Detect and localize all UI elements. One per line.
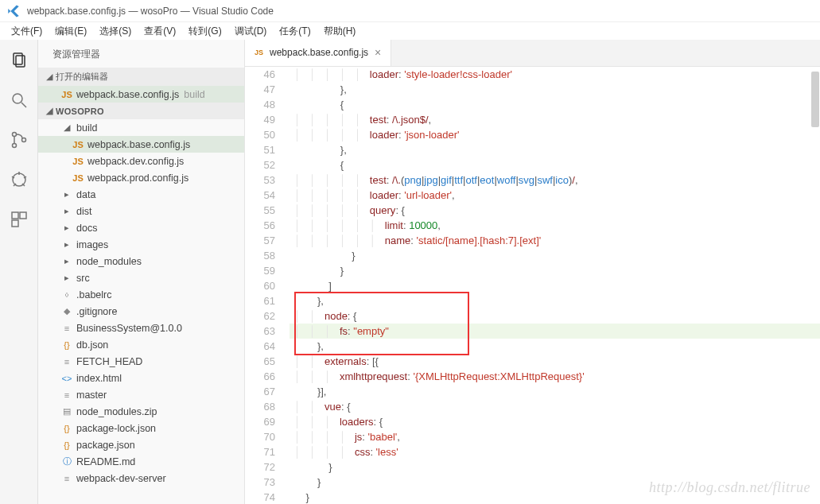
- debug-icon[interactable]: [8, 169, 30, 191]
- file-item[interactable]: ≡FETCH_HEAD: [38, 353, 244, 370]
- code-line[interactable]: │ │ │ │ │ │ name: 'static/[name].[hash:7…: [290, 233, 820, 248]
- close-icon[interactable]: ×: [375, 47, 381, 58]
- tree-label: docs: [76, 223, 97, 234]
- file-item[interactable]: ≡BusinessSystem@1.0.0: [38, 320, 244, 336]
- code-line[interactable]: │ │ │ │ │ query: {: [290, 203, 820, 218]
- open-editors-header[interactable]: ◢ 打开的编辑器: [38, 68, 244, 86]
- folder-item[interactable]: ◢build: [38, 119, 244, 136]
- scm-icon[interactable]: [8, 129, 30, 151]
- code-line[interactable]: },: [290, 339, 820, 354]
- search-icon[interactable]: [8, 89, 30, 111]
- file-type-icon: ◆: [60, 306, 73, 316]
- code-line[interactable]: }: [290, 475, 820, 490]
- tree-label: master: [76, 390, 107, 401]
- code-line[interactable]: }],: [290, 384, 820, 399]
- open-editor-item[interactable]: JSwebpack.base.config.jsbuild: [38, 86, 244, 103]
- svg-point-6: [21, 138, 25, 142]
- folder-item[interactable]: ▸data: [38, 186, 244, 203]
- file-item[interactable]: ▤node_modules.zip: [38, 403, 244, 420]
- scrollbar-thumb[interactable]: [811, 72, 819, 127]
- chevron-icon: ▸: [60, 206, 73, 216]
- menu-item[interactable]: 查看(V): [138, 25, 182, 38]
- file-item[interactable]: {}package.json: [38, 436, 244, 453]
- code-line[interactable]: {: [290, 97, 820, 112]
- code-editor[interactable]: 4647484950515253545556575859606162636465…: [245, 67, 820, 504]
- chevron-icon: ▸: [60, 223, 73, 233]
- folder-item[interactable]: ▸docs: [38, 219, 244, 236]
- chevron-down-icon: ◢: [46, 72, 56, 82]
- file-type-icon: ≡: [60, 357, 73, 366]
- folder-item[interactable]: ▸node_modules: [38, 253, 244, 269]
- file-item[interactable]: <>index.html: [38, 370, 244, 386]
- code-line[interactable]: },: [290, 142, 820, 157]
- tab-label: webpack.base.config.js: [270, 47, 368, 58]
- file-item[interactable]: ೦.babelrc: [38, 286, 244, 303]
- file-type-icon: {}: [60, 424, 73, 433]
- menu-item[interactable]: 文件(F): [5, 25, 49, 38]
- code-line[interactable]: │ │ externals: [{: [290, 354, 820, 369]
- sidebar-title: 资源管理器: [38, 40, 244, 68]
- code-text[interactable]: │ │ │ │ │ loader: 'style-loader!css-load…: [290, 67, 820, 504]
- code-line[interactable]: }: [290, 490, 820, 504]
- code-line[interactable]: │ │ │ xmlhttprequest: '{XMLHttpRequest:X…: [290, 369, 820, 384]
- menu-item[interactable]: 任务(T): [273, 25, 317, 38]
- code-line[interactable]: │ │ │ │ js: 'babel',: [290, 429, 820, 444]
- code-line[interactable]: │ │ │ │ │ loader: 'url-loader',: [290, 188, 820, 203]
- tree-label: images: [76, 239, 108, 250]
- menu-item[interactable]: 调试(D): [228, 25, 274, 38]
- file-path-suffix: build: [184, 89, 204, 100]
- menu-item[interactable]: 选择(S): [93, 25, 138, 38]
- sidebar: 资源管理器 ◢ 打开的编辑器 JSwebpack.base.config.jsb…: [38, 40, 245, 504]
- menu-item[interactable]: 帮助(H): [317, 25, 363, 38]
- code-line[interactable]: │ │ │ │ │ loader: 'style-loader!css-load…: [290, 67, 820, 82]
- code-line[interactable]: ]: [290, 278, 820, 293]
- code-line[interactable]: │ │ │ │ │ test: /\.(png|jpg|gif|ttf|otf|…: [290, 173, 820, 188]
- workspace-header[interactable]: ◢ WOSOPRO: [38, 103, 244, 119]
- menu-item[interactable]: 编辑(E): [49, 25, 93, 38]
- tree-label: index.html: [76, 373, 122, 384]
- file-type-icon: JS: [72, 173, 84, 183]
- code-line[interactable]: },: [290, 82, 820, 97]
- code-line[interactable]: │ │ vue: {: [290, 399, 820, 414]
- code-line[interactable]: │ │ │ │ css: 'less': [290, 444, 820, 459]
- file-item[interactable]: JSwebpack.base.config.js: [38, 136, 244, 153]
- folder-item[interactable]: ▸src: [38, 269, 244, 286]
- folder-item[interactable]: ▸images: [38, 236, 244, 253]
- file-item[interactable]: ≡webpack-dev-server: [38, 470, 244, 487]
- folder-item[interactable]: ▸dist: [38, 203, 244, 219]
- file-item[interactable]: JSwebpack.prod.config.js: [38, 169, 244, 186]
- chevron-icon: ▸: [60, 256, 73, 266]
- vscode-icon: [6, 4, 21, 18]
- code-line[interactable]: │ │ │ fs: "empty": [290, 324, 820, 339]
- file-item[interactable]: ≡master: [38, 386, 244, 403]
- js-file-icon: JS: [60, 90, 73, 99]
- code-line[interactable]: },: [290, 293, 820, 308]
- menu-item[interactable]: 转到(G): [182, 25, 227, 38]
- code-line[interactable]: }: [290, 263, 820, 278]
- code-line[interactable]: │ │ node: {: [290, 308, 820, 324]
- code-line[interactable]: }: [290, 248, 820, 263]
- code-line[interactable]: │ │ │ │ │ test: /\.json$/,: [290, 112, 820, 127]
- file-item[interactable]: ◆.gitignore: [38, 303, 244, 320]
- file-item[interactable]: JSwebpack.dev.config.js: [38, 153, 244, 169]
- tree-label: webpack.prod.config.js: [87, 173, 188, 184]
- file-type-icon: JS: [72, 140, 84, 149]
- file-item[interactable]: {}package-lock.json: [38, 420, 244, 436]
- code-line[interactable]: │ │ │ │ │ loader: 'json-loader': [290, 127, 820, 142]
- chevron-icon: ▸: [60, 189, 73, 200]
- code-line[interactable]: │ │ │ │ │ │ limit: 10000,: [290, 218, 820, 233]
- tab-webpack-base-config[interactable]: JS webpack.base.config.js ×: [245, 40, 391, 66]
- svg-line-3: [21, 103, 26, 107]
- tree-label: FETCH_HEAD: [76, 356, 142, 367]
- explorer-icon[interactable]: [8, 49, 30, 72]
- file-item[interactable]: {}db.json: [38, 336, 244, 353]
- file-item[interactable]: ⓘREADME.md: [38, 453, 244, 470]
- code-line[interactable]: │ │ │ loaders: {: [290, 414, 820, 429]
- vertical-scrollbar[interactable]: [810, 67, 820, 504]
- tree-label: webpack-dev-server: [76, 473, 166, 484]
- tree-label: BusinessSystem@1.0.0: [76, 323, 182, 334]
- chevron-icon: ▸: [60, 273, 73, 283]
- extensions-icon[interactable]: [8, 208, 30, 231]
- code-line[interactable]: {: [290, 157, 820, 173]
- code-line[interactable]: }: [290, 459, 820, 475]
